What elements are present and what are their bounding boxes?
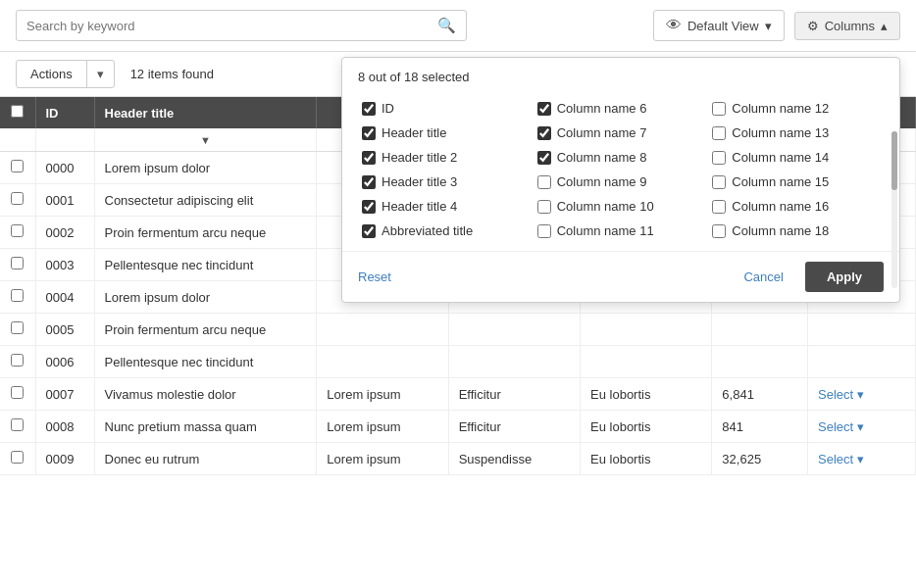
reset-button[interactable]: Reset: [358, 270, 391, 284]
apply-button[interactable]: Apply: [805, 262, 884, 292]
dropdown-footer: Reset Cancel Apply: [342, 251, 899, 302]
column-checkbox[interactable]: [712, 151, 726, 165]
select-all-checkbox[interactable]: [11, 105, 24, 118]
column-checkbox[interactable]: [712, 175, 726, 189]
columns-button[interactable]: ⚙ Columns ▴: [794, 12, 900, 40]
search-box[interactable]: 🔍: [16, 10, 467, 41]
row-col5: Lorem ipsum: [317, 443, 448, 475]
row-id: 0003: [35, 249, 94, 281]
column-option[interactable]: Column name 11: [534, 219, 709, 243]
column-option[interactable]: ID: [358, 96, 534, 121]
column-checkbox[interactable]: [537, 175, 551, 189]
filter-icon-title[interactable]: ▼: [200, 134, 211, 146]
dropdown-header: 8 out of 18 selected: [342, 58, 899, 92]
row-col7: [581, 314, 712, 346]
row-checkbox[interactable]: [0, 249, 35, 281]
column-label: Column name 9: [557, 174, 647, 189]
select-button[interactable]: Select ▾: [818, 419, 864, 434]
row-select-checkbox[interactable]: [11, 321, 24, 334]
default-view-button[interactable]: 👁 Default View ▾: [653, 10, 785, 41]
column-checkbox[interactable]: [537, 224, 551, 238]
column-option[interactable]: Header title 3: [358, 170, 534, 194]
row-title: Pellentesque nec tincidunt: [94, 249, 317, 281]
select-button[interactable]: Select ▾: [818, 387, 864, 402]
column-checkbox[interactable]: [362, 151, 376, 165]
row-select-checkbox[interactable]: [11, 418, 24, 431]
column-option[interactable]: Header title 4: [358, 194, 534, 219]
column-option[interactable]: Header title 2: [358, 145, 534, 170]
column-label: Column name 8: [557, 150, 647, 165]
column-label: Column name 10: [557, 199, 654, 214]
row-col8: [712, 346, 808, 378]
row-select-checkbox[interactable]: [11, 289, 24, 302]
column-option[interactable]: Column name 15: [708, 170, 884, 194]
columns-grid: ID Column name 6 Column name 12 Header t…: [342, 92, 899, 251]
column-option[interactable]: Column name 8: [534, 145, 709, 170]
column-checkbox[interactable]: [712, 126, 726, 140]
row-col6: [448, 346, 580, 378]
row-checkbox[interactable]: [0, 443, 35, 475]
column-checkbox[interactable]: [712, 102, 726, 116]
row-title: Donec eu rutrum: [94, 443, 317, 475]
search-input[interactable]: [26, 19, 437, 33]
cancel-button[interactable]: Cancel: [732, 262, 794, 292]
row-select-checkbox[interactable]: [11, 257, 24, 270]
row-checkbox[interactable]: [0, 411, 35, 443]
column-option[interactable]: Abbreviated title: [358, 219, 534, 243]
column-option[interactable]: Column name 14: [708, 145, 884, 170]
column-option[interactable]: Column name 12: [708, 96, 884, 121]
row-col5: Lorem ipsum: [317, 378, 448, 411]
row-select-checkbox[interactable]: [11, 192, 24, 205]
column-option[interactable]: Column name 18: [708, 219, 884, 243]
row-checkbox[interactable]: [0, 152, 35, 184]
row-checkbox[interactable]: [0, 281, 35, 314]
table-row: 0005 Proin fermentum arcu neque: [0, 314, 916, 346]
column-checkbox[interactable]: [362, 175, 376, 189]
column-checkbox[interactable]: [362, 102, 376, 116]
row-title: Consectetur adipiscing elit: [94, 184, 317, 217]
column-option[interactable]: Column name 10: [534, 194, 709, 219]
scrollbar-thumb[interactable]: [891, 131, 897, 190]
row-checkbox[interactable]: [0, 378, 35, 411]
scrollbar-track[interactable]: [891, 131, 897, 288]
table-row: 0006 Pellentesque nec tincidunt: [0, 346, 916, 378]
actions-button[interactable]: Actions ▾: [16, 60, 115, 88]
column-option[interactable]: Column name 9: [534, 170, 709, 194]
column-checkbox[interactable]: [362, 200, 376, 214]
column-option[interactable]: Header title: [358, 121, 534, 145]
select-button[interactable]: Select ▾: [818, 452, 864, 466]
actions-caret-icon[interactable]: ▾: [87, 61, 114, 87]
row-select-checkbox[interactable]: [11, 354, 24, 367]
view-label: Default View: [687, 19, 759, 33]
table-row: 0009 Donec eu rutrum Lorem ipsum Suspend…: [0, 443, 916, 475]
column-label: Column name 14: [732, 150, 829, 165]
column-option[interactable]: Column name 13: [708, 121, 884, 145]
column-option[interactable]: Column name 6: [534, 96, 709, 121]
column-checkbox[interactable]: [712, 200, 726, 214]
row-id: 0009: [35, 443, 94, 475]
columns-dropdown: 8 out of 18 selected ID Column name 6 Co…: [341, 57, 900, 303]
header-checkbox-col[interactable]: [0, 97, 35, 128]
row-select-checkbox[interactable]: [11, 224, 24, 237]
column-checkbox[interactable]: [537, 200, 551, 214]
row-checkbox[interactable]: [0, 184, 35, 217]
row-select-checkbox[interactable]: [11, 386, 24, 399]
column-checkbox[interactable]: [362, 224, 376, 238]
column-checkbox[interactable]: [537, 102, 551, 116]
row-checkbox[interactable]: [0, 314, 35, 346]
row-col7: [581, 346, 712, 378]
column-checkbox[interactable]: [537, 151, 551, 165]
row-checkbox[interactable]: [0, 217, 35, 249]
column-option[interactable]: Column name 7: [534, 121, 709, 145]
filter-title[interactable]: ▼: [94, 128, 317, 152]
row-select-checkbox[interactable]: [11, 451, 24, 464]
column-checkbox[interactable]: [712, 224, 726, 238]
column-checkbox[interactable]: [362, 126, 376, 140]
row-title: Vivamus molestie dolor: [94, 378, 317, 411]
row-id: 0007: [35, 378, 94, 411]
row-checkbox[interactable]: [0, 346, 35, 378]
search-icon[interactable]: 🔍: [437, 17, 456, 34]
row-select-checkbox[interactable]: [11, 160, 24, 172]
column-option[interactable]: Column name 16: [708, 194, 884, 219]
column-checkbox[interactable]: [537, 126, 551, 140]
